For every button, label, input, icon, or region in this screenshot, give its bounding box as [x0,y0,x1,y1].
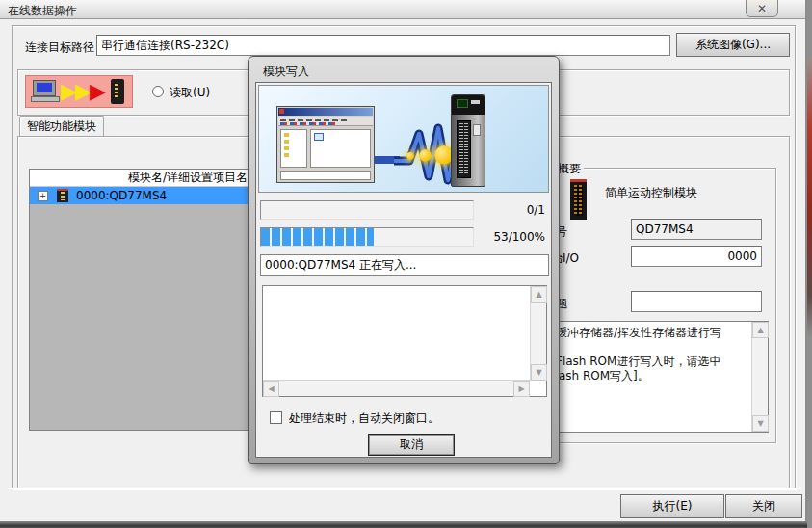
read-radio[interactable] [152,86,164,97]
write-percent-text: 53/100% [493,230,545,244]
module-info-box: 对缓冲存储器/挥发性存储器进行写 入。 对Flash ROM进行写入时，请选中 … [537,321,769,433]
arrow-red-icon: ▶ [90,78,106,105]
module-info-text: 对缓冲存储器/挥发性存储器进行写 入。 对Flash ROM进行写入时，请选中 … [544,326,747,383]
scroll-up-icon[interactable]: ▲ [531,286,547,303]
window-title: 在线数据操作 [8,3,77,19]
write-log-box: ▲ ▼ ◀ ▶ [262,285,547,397]
system-image-button[interactable]: 系统图像(G)... [676,33,790,57]
computer-icon [31,80,60,103]
start-io-field[interactable]: 0000 [631,246,762,267]
tab-intelligent-function-module[interactable]: 智能功能模块 [19,116,104,137]
info-vertical-scrollbar[interactable]: ▲ ▼ [751,322,768,432]
mini-toolbar [278,117,373,126]
mini-edit-area [310,129,371,168]
module-write-dialog: 模块写入 [248,56,560,464]
close-glyph: ✕ [757,2,767,15]
write-status-text: 0000:QD77MS4 正在写入... [260,254,549,276]
mini-titlebar [278,108,373,116]
module-row-label: 0000:QD77MS4 [76,189,167,202]
close-button[interactable]: 关闭 [725,494,802,518]
screen: 在线数据操作 ✕ 连接目标路径 串行通信连接(RS-232C) 系统图像(G).… [0,0,812,528]
connection-path-label: 连接目标路径 [25,40,94,56]
scroll-down-icon[interactable]: ▼ [752,415,769,432]
read-radio-label: 读取(U) [170,85,210,101]
footer-divider [8,488,799,489]
cancel-button[interactable]: 取消 [368,434,455,456]
auto-close-label: 处理结束时，自动关闭窗口。 [289,410,439,427]
scroll-left-icon[interactable]: ◀ [263,381,279,397]
expand-icon[interactable]: + [38,191,48,201]
module-icon [57,189,68,202]
write-direction-icon: ▶ ▶ ▶ [25,75,133,108]
title-field[interactable] [631,291,762,312]
module-count-progressbar [260,200,474,220]
titlebar: 在线数据操作 [0,0,805,19]
write-progressbar [260,227,474,247]
plc-module-illustration [451,94,485,187]
connection-path-input[interactable]: 串行通信连接(RS-232C) [96,35,670,56]
software-window-illustration [276,106,375,183]
scroll-right-icon[interactable]: ▶ [513,381,530,397]
auto-close-checkbox[interactable] [270,411,282,424]
desktop-background-sliver [807,58,812,337]
module-write-dialog-content: 0/1 53/100% 0000:QD77MS4 正在写入... ▲ ▼ ◀ ▶… [255,82,552,458]
simple-motion-module-icon [570,179,587,220]
window-bottom-edge [0,521,807,528]
execute-button[interactable]: 执行(E) [620,494,724,518]
log-horizontal-scrollbar[interactable]: ◀ ▶ [263,380,530,396]
module-description: 简单运动控制模块 [605,185,697,201]
module-write-dialog-title: 模块写入 [263,64,309,80]
module-icon [111,79,124,104]
transfer-illustration [258,85,549,193]
scroll-down-icon[interactable]: ▼ [531,364,547,381]
signal-dot-small-icon [406,152,414,160]
close-icon[interactable]: ✕ [746,0,778,17]
module-count-text: 0/1 [527,203,545,217]
mini-project-tree [280,129,307,168]
write-progressbar-fill [261,228,374,246]
signal-dot-medium-icon [419,149,432,162]
mini-output-area [280,171,371,180]
log-vertical-scrollbar[interactable]: ▲ ▼ [530,286,546,381]
scroll-up-icon[interactable]: ▲ [752,322,769,338]
model-field: QD77MS4 [631,219,762,240]
